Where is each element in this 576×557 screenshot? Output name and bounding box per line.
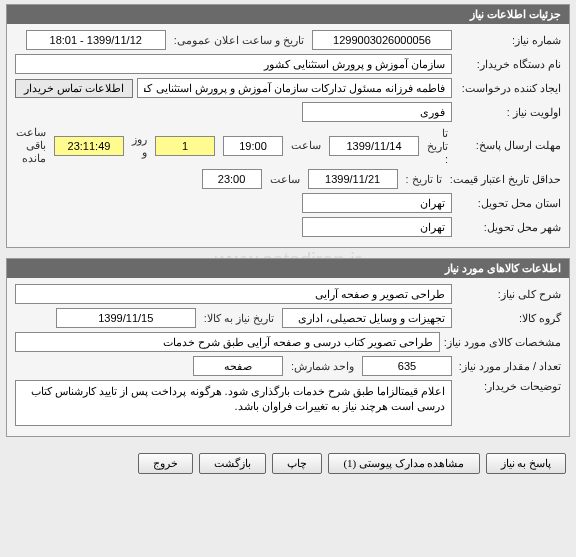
creator-label: ایجاد کننده درخواست: <box>456 82 561 95</box>
creator-field[interactable] <box>137 78 453 98</box>
announce-field[interactable] <box>26 30 166 50</box>
attachments-button[interactable]: مشاهده مدارک پیوستی (1) <box>328 453 479 474</box>
goods-info-panel: اطلاعات کالاهای مورد نیاز شرح کلی نیاز: … <box>6 258 570 437</box>
need-by-label: تاریخ نیاز به کالا: <box>200 312 278 325</box>
spec-field[interactable] <box>15 332 440 352</box>
unit-field[interactable] <box>193 356 283 376</box>
delivery-prov-field[interactable] <box>302 193 452 213</box>
goods-info-header: اطلاعات کالاهای مورد نیاز <box>7 259 569 278</box>
need-details-header: جزئیات اطلاعات نیاز <box>7 5 569 24</box>
button-bar: پاسخ به نیاز مشاهده مدارک پیوستی (1) چاپ… <box>0 447 576 484</box>
back-button[interactable]: بازگشت <box>199 453 266 474</box>
need-no-label: شماره نیاز: <box>456 34 561 47</box>
deadline-label: مهلت ارسال پاسخ: <box>456 139 561 152</box>
notes-label: توضیحات خریدار: <box>456 380 561 393</box>
buyer-label: نام دستگاه خریدار: <box>456 58 561 71</box>
remain-label: ساعت باقی مانده <box>12 126 50 165</box>
days-label: روز و <box>128 133 151 159</box>
qty-label: تعداد / مقدار مورد نیاز: <box>456 360 561 373</box>
deadline-time-field[interactable] <box>223 136 283 156</box>
days-remaining-field[interactable] <box>155 136 215 156</box>
validity-date-field[interactable] <box>308 169 398 189</box>
need-by-field[interactable] <box>56 308 196 328</box>
print-button[interactable]: چاپ <box>272 453 322 474</box>
time-label-1: ساعت <box>287 139 325 152</box>
validity-time-field[interactable] <box>202 169 262 189</box>
exit-button[interactable]: خروج <box>138 453 193 474</box>
notes-field[interactable] <box>15 380 452 426</box>
delivery-city-field[interactable] <box>302 217 452 237</box>
need-desc-label: شرح کلی نیاز: <box>456 288 561 301</box>
buyer-field[interactable] <box>15 54 452 74</box>
need-no-field[interactable] <box>312 30 452 50</box>
unit-label: واحد شمارش: <box>287 360 358 373</box>
spec-label: مشخصات کالای مورد نیاز: <box>444 336 561 349</box>
contact-button[interactable]: اطلاعات تماس خریدار <box>15 79 133 98</box>
need-desc-field[interactable] <box>15 284 452 304</box>
qty-field[interactable] <box>362 356 452 376</box>
deadline-date-field[interactable] <box>329 136 419 156</box>
priority-field[interactable] <box>302 102 452 122</box>
group-field[interactable] <box>282 308 452 328</box>
until-label: تا تاریخ : <box>423 127 452 165</box>
delivery-prov-label: استان محل تحویل: <box>456 197 561 210</box>
respond-button[interactable]: پاسخ به نیاز <box>486 453 567 474</box>
announce-label: تاریخ و ساعت اعلان عمومی: <box>170 34 308 47</box>
time-remaining-field[interactable] <box>54 136 124 156</box>
group-label: گروه کالا: <box>456 312 561 325</box>
delivery-city-label: شهر محل تحویل: <box>456 221 561 234</box>
until-label-2: تا تاریخ : <box>402 173 446 186</box>
time-label-2: ساعت <box>266 173 304 186</box>
validity-label: حداقل تاریخ اعتبار قیمت: <box>450 173 561 186</box>
priority-label: اولویت نیاز : <box>456 106 561 119</box>
need-details-panel: جزئیات اطلاعات نیاز شماره نیاز: تاریخ و … <box>6 4 570 248</box>
